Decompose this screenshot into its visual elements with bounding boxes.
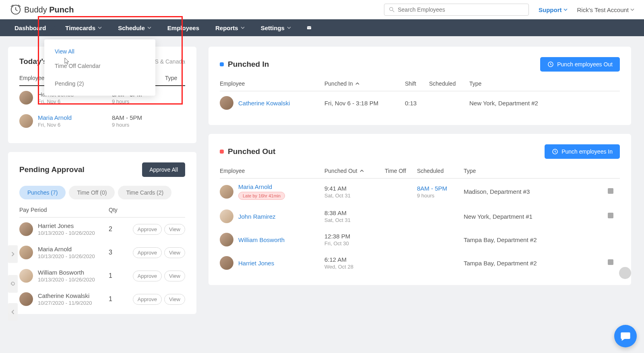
punched-out-row: Harriet Jones 6:12 AM Wed, Oct 28 Tampa … <box>220 251 620 275</box>
chevron-down-icon <box>241 26 245 30</box>
account-menu[interactable]: Rick's Test Account <box>577 6 634 13</box>
note-icon[interactable] <box>608 188 613 194</box>
punch-date: Fri, Oct 30 <box>324 240 385 246</box>
view-button[interactable]: View <box>164 271 185 281</box>
chevron-down-icon <box>564 8 568 12</box>
pay-period-range: 10/27/2020 - 11/9/2020 <box>38 300 109 306</box>
avatar <box>19 292 33 306</box>
punched-out-row: William Bosworth 12:38 PM Fri, Oct 30 Ta… <box>220 228 620 251</box>
tab-punches[interactable]: Punches (7) <box>19 186 66 199</box>
pay-period-range: 10/13/2020 - 10/26/2020 <box>38 277 109 283</box>
nav-timecards[interactable]: Timecards <box>59 21 108 35</box>
scheduled-link[interactable]: 8AM - 5PM <box>417 185 464 192</box>
avatar <box>19 246 33 259</box>
col-type: Type <box>165 75 185 81</box>
col-pay-period: Pay Period <box>19 207 109 213</box>
col-punched-out[interactable]: Punched Out <box>324 168 385 174</box>
qty-value: 1 <box>109 272 133 279</box>
main-nav: Dashboard Timecards Schedule Employees R… <box>0 19 644 36</box>
svg-rect-2 <box>307 26 311 29</box>
schedule-hours: 9 hours <box>112 99 185 105</box>
tab-time-off[interactable]: Time Off (0) <box>69 186 115 199</box>
dropdown-view-all[interactable]: View All <box>44 44 155 59</box>
qty-value: 3 <box>109 249 133 256</box>
chat-icon <box>620 330 631 342</box>
punch-date: Sat, Oct 31 <box>324 217 385 223</box>
nav-schedule[interactable]: Schedule <box>111 21 158 35</box>
col-scheduled: Scheduled <box>417 168 464 174</box>
view-button[interactable]: View <box>164 247 185 258</box>
nav-employees[interactable]: Employees <box>161 21 206 35</box>
view-button[interactable]: View <box>164 294 185 305</box>
punch-in-button[interactable]: Punch employees In <box>545 144 620 159</box>
late-badge: Late by 16hr 41min <box>238 192 285 200</box>
col-scheduled: Scheduled <box>429 80 469 87</box>
rail-next[interactable] <box>8 245 18 263</box>
approve-button[interactable]: Approve <box>133 224 162 235</box>
type-value: Madison, Department #3 <box>464 188 608 195</box>
scheduled-hours: 9 hours <box>417 193 464 199</box>
search-box[interactable] <box>384 4 529 16</box>
punched-out-row: Maria Arnold Late by 16hr 41min 9:41 AM … <box>220 179 620 205</box>
punch-icon <box>552 148 558 155</box>
card-title: Punched In <box>228 60 269 69</box>
dropdown-pending[interactable]: Pending (2) <box>44 76 155 91</box>
note-icon[interactable] <box>608 259 613 265</box>
type-value: Tampa Bay, Department #2 <box>464 236 608 243</box>
col-punched-in[interactable]: Punched In <box>324 80 405 87</box>
pending-row: Maria Arnold 10/13/2020 - 10/26/2020 3 A… <box>19 241 185 264</box>
col-type: Type <box>464 168 608 174</box>
nav-settings[interactable]: Settings <box>254 21 297 35</box>
avatar <box>220 185 233 199</box>
approve-button[interactable]: Approve <box>133 294 162 305</box>
punch-time: Fri, Nov 6 - 3:18 PM <box>324 100 405 107</box>
schedule-time: 8AM - 5PM <box>112 114 185 121</box>
status-dot-in <box>220 62 224 66</box>
view-button[interactable]: View <box>164 224 185 235</box>
employee-name-link[interactable]: Maria Arnold <box>238 183 324 190</box>
employee-name-link[interactable]: William Bosworth <box>238 236 324 243</box>
chevron-down-icon <box>287 26 291 30</box>
chevron-down-icon <box>630 8 634 12</box>
rail-refresh[interactable] <box>8 275 18 293</box>
pending-approval-card: Pending Approval Approve All Punches (7)… <box>8 152 196 314</box>
punch-date: Sat, Oct 31 <box>324 193 385 199</box>
dropdown-time-off-calendar[interactable]: Time Off Calendar <box>44 59 155 73</box>
sort-asc-icon <box>360 169 364 173</box>
nav-reports[interactable]: Reports <box>209 21 251 35</box>
punched-out-row: John Ramirez 8:38 AM Sat, Oct 31 New Yor… <box>220 205 620 228</box>
col-employee: Employee <box>220 80 324 87</box>
support-link[interactable]: Support <box>539 6 568 13</box>
employee-name-link[interactable]: Harriet Jones <box>238 260 324 267</box>
employee-name-link[interactable]: Catherine Kowalski <box>238 100 324 107</box>
avatar <box>220 209 233 223</box>
employee-name-link[interactable]: Maria Arnold <box>38 114 112 121</box>
punch-icon <box>547 61 554 68</box>
employee-name: Catherine Kowalski <box>38 292 109 299</box>
employee-name-link[interactable]: John Ramirez <box>238 213 324 220</box>
punch-time: 8:38 AM <box>324 209 385 216</box>
col-employee: Employee <box>220 168 324 174</box>
avatar <box>220 233 233 246</box>
logo[interactable]: Buddy Punch <box>10 4 74 16</box>
shift-duration: 0:13 <box>405 100 429 107</box>
chat-widget[interactable] <box>614 325 637 347</box>
nav-dashboard[interactable]: Dashboard <box>8 21 52 35</box>
scroll-indicator <box>619 267 631 279</box>
employee-name: William Bosworth <box>38 269 109 276</box>
nav-mail[interactable] <box>301 22 318 34</box>
employee-date: Fri, Nov 6 <box>38 99 112 105</box>
punch-out-button[interactable]: Punch employees Out <box>540 57 620 72</box>
note-icon[interactable] <box>608 213 613 218</box>
tab-time-cards[interactable]: Time Cards (2) <box>118 186 171 199</box>
approve-all-button[interactable]: Approve All <box>142 162 185 177</box>
card-title: Punched Out <box>228 147 275 156</box>
approve-button[interactable]: Approve <box>133 247 162 258</box>
avatar <box>220 256 233 270</box>
rail-prev[interactable] <box>8 303 18 321</box>
search-icon <box>389 7 394 12</box>
chevron-down-icon <box>147 26 151 30</box>
approve-button[interactable]: Approve <box>133 271 162 281</box>
search-input[interactable] <box>398 6 524 13</box>
col-qty: Qty <box>109 207 133 213</box>
